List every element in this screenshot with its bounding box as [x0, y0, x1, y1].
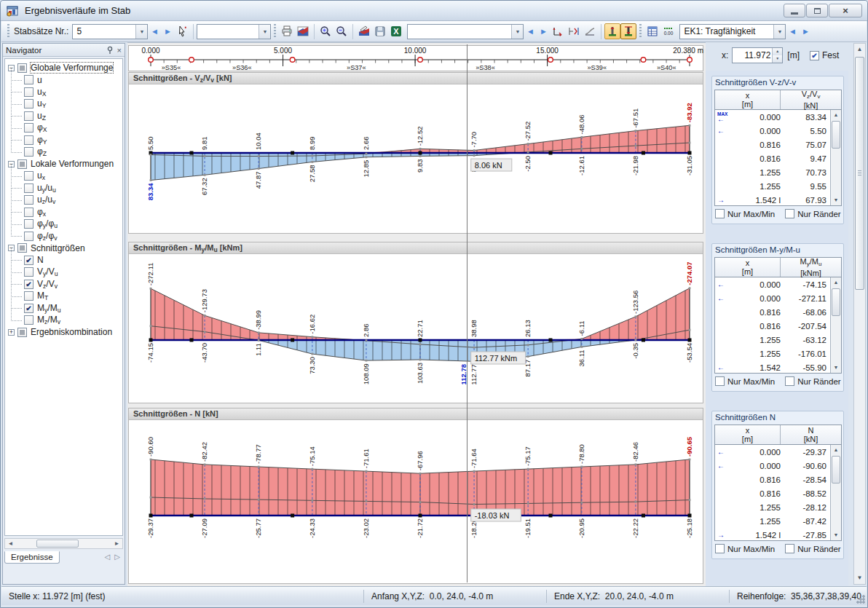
tree-item-label[interactable]: φy/φu — [37, 218, 58, 229]
tree-item[interactable]: uY — [5, 98, 122, 111]
table-row[interactable]: MAX←0.00083.34 — [715, 110, 830, 124]
hscroll-thumb[interactable] — [36, 540, 79, 548]
scroll-up-icon[interactable]: ▲ — [831, 277, 841, 288]
spin-down-icon[interactable]: ▼ — [773, 55, 782, 63]
next-member-button[interactable]: ► — [161, 23, 174, 39]
secondary-combo[interactable]: ▼ — [197, 24, 271, 39]
tree-checkbox[interactable] — [24, 208, 33, 217]
print-graphic-button[interactable] — [295, 23, 311, 39]
tree-item-label[interactable]: My/Mu — [37, 303, 60, 314]
tree-item-label[interactable]: Schnittgrößen — [31, 243, 85, 253]
tree-checkbox[interactable] — [24, 87, 33, 97]
table-row[interactable]: ←0.000-90.60 — [715, 459, 830, 473]
tree-item[interactable]: Vy/Vu — [5, 267, 122, 279]
tab-scroll-left-icon[interactable]: ◁ — [105, 553, 111, 561]
result-position-combo[interactable]: ▼ — [407, 24, 524, 39]
tree-item[interactable]: u — [5, 74, 122, 87]
tree-item[interactable]: φz/φv — [5, 230, 122, 242]
dropdown-arrow-icon[interactable]: ▼ — [511, 25, 523, 39]
tree-checkbox[interactable] — [24, 183, 33, 193]
tree-item[interactable]: −Schnittgrößen — [5, 242, 122, 255]
tree-item-label[interactable]: Vz/Vv — [37, 279, 58, 290]
tree-item-label[interactable]: uY — [37, 98, 46, 109]
tree-item-label[interactable]: Lokale Verformungen — [31, 159, 114, 169]
tree-item-label[interactable]: N — [37, 255, 44, 265]
tree-item[interactable]: −Globale Verformunge — [5, 62, 122, 74]
member-axes-button[interactable] — [550, 23, 566, 39]
chart-plot-1[interactable]: -272.11-74.15-129.73-43.70-38.991.11-16.… — [129, 254, 704, 403]
table-row[interactable]: 1.255-87.42 — [715, 514, 830, 528]
export-excel-button[interactable]: X — [388, 23, 404, 39]
tree-item-label[interactable]: uX — [37, 87, 46, 98]
zoom-out-button[interactable] — [334, 23, 350, 39]
tree-checkbox[interactable] — [17, 328, 27, 337]
member-set-combo[interactable]: 5 ▼ — [72, 24, 148, 39]
table-row[interactable]: ←0.000-29.37 — [715, 445, 830, 459]
tree-checkbox[interactable] — [24, 135, 33, 145]
scroll-left-icon[interactable]: ◄ — [5, 540, 16, 547]
tree-item[interactable]: ✔Vz/Vv — [5, 278, 122, 291]
tree-item-label[interactable]: φX — [37, 122, 47, 133]
tree-checkbox[interactable] — [24, 147, 33, 157]
tree-item[interactable]: ✔My/Mu — [5, 302, 122, 315]
table-scrollbar[interactable]: ▲▼ — [830, 110, 841, 205]
scroll-down-icon[interactable]: ▼ — [831, 363, 841, 373]
close-navigator-icon[interactable]: × — [117, 46, 122, 55]
x-position-spinner[interactable]: 11.972 ▲▼ — [732, 47, 783, 63]
cursor-line[interactable] — [467, 44, 467, 583]
save-button[interactable] — [372, 23, 388, 39]
fest-checkbox[interactable]: ✔ — [810, 51, 819, 60]
table-row[interactable]: 1.255-63.12 — [715, 333, 830, 347]
scroll-right-icon[interactable]: ► — [111, 540, 122, 547]
nur-raender-checkbox[interactable] — [785, 544, 794, 553]
tree-item[interactable]: MT — [5, 291, 122, 303]
tree-checkbox[interactable]: ✔ — [24, 256, 33, 265]
tree-item[interactable]: ux — [5, 170, 122, 183]
scroll-down-icon[interactable]: ▼ — [831, 195, 841, 205]
close-button[interactable]: × — [829, 4, 862, 17]
vscroll-thumb[interactable] — [855, 57, 864, 290]
scroll-up-icon[interactable]: ▲ — [831, 445, 841, 455]
tree-item[interactable]: φX — [5, 122, 122, 135]
tree-checkbox[interactable] — [24, 267, 33, 277]
tab-ergebnisse[interactable]: Ergebnisse — [4, 551, 60, 564]
dropdown-arrow-icon[interactable]: ▼ — [259, 25, 270, 39]
dropdown-arrow-icon[interactable]: ▼ — [135, 25, 147, 39]
tree-item-label[interactable]: u — [37, 75, 42, 85]
tree-item-label[interactable]: Globale Verformunge — [31, 63, 113, 73]
table-row[interactable]: 1.25570.73 — [715, 165, 830, 179]
tree-expander-icon[interactable]: + — [8, 329, 15, 336]
table-row[interactable]: ←1.542-55.90 — [715, 360, 830, 374]
smooth-diagram-button[interactable] — [582, 23, 598, 39]
tree-item-label[interactable]: φz/φv — [37, 231, 58, 242]
decimal-places-button[interactable]: 0.00 — [660, 23, 676, 39]
scroll-up-icon[interactable]: ▲ — [854, 44, 865, 55]
tree-item-label[interactable]: φx — [37, 207, 46, 218]
table-row[interactable]: ←0.0005.50 — [715, 124, 830, 138]
tab-scroll-right-icon[interactable]: ▷ — [114, 553, 120, 561]
scroll-thumb[interactable] — [832, 288, 840, 316]
next-load-case-button[interactable]: ► — [799, 23, 812, 39]
tree-item[interactable]: φZ — [5, 146, 122, 159]
tree-checkbox[interactable] — [24, 291, 33, 301]
print-button[interactable] — [279, 23, 295, 39]
nur-maxmin-checkbox[interactable] — [715, 544, 725, 553]
tree-checkbox[interactable] — [24, 315, 33, 325]
previous-member-button[interactable]: ◄ — [148, 23, 161, 39]
tree-item[interactable]: uy/uu — [5, 182, 122, 194]
table-row[interactable]: 1.255-28.12 — [715, 500, 830, 514]
tree-checkbox[interactable] — [24, 195, 33, 205]
ruler-canvas[interactable]: 0.0005.00010.00015.00020.380 m»S35«»S36«… — [129, 46, 704, 72]
zoom-in-button[interactable] — [317, 23, 334, 39]
minimize-button[interactable] — [784, 4, 805, 17]
table-row[interactable]: 1.2559.55 — [715, 179, 830, 193]
table-row[interactable]: ←0.000-74.15 — [715, 277, 830, 291]
tree-item-label[interactable]: Vy/Vu — [37, 267, 58, 277]
tree-checkbox[interactable] — [24, 75, 33, 84]
tree-checkbox[interactable] — [24, 99, 33, 108]
tree-checkbox[interactable] — [24, 123, 33, 133]
previous-load-case-button[interactable]: ◄ — [786, 23, 799, 39]
pin-icon[interactable] — [106, 46, 114, 55]
tree-item[interactable]: −Lokale Verformungen — [5, 158, 122, 170]
tree-item[interactable]: ✔N — [5, 254, 122, 267]
